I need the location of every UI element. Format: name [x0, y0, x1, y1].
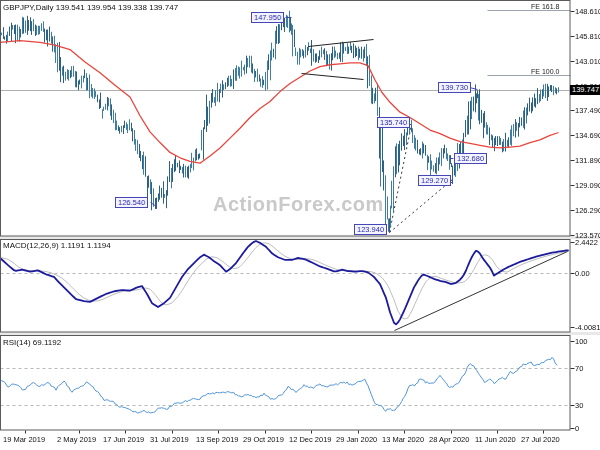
- price-axis-label: 131.890: [575, 156, 600, 165]
- date-axis-label: 29 Oct 2019: [243, 435, 284, 444]
- date-axis-label: 12 Dec 2019: [289, 435, 332, 444]
- date-axis-label: 29 Jan 2020: [336, 435, 377, 444]
- price-callout: 129.270: [418, 175, 451, 186]
- price-callout: 126.540: [115, 197, 148, 208]
- date-axis-label: 31 Jul 2019: [150, 435, 189, 444]
- macd-title: MACD(12,26,9) 1.1191 1.1194: [3, 241, 111, 250]
- date-axis-label: 13 Sep 2019: [196, 435, 239, 444]
- date-axis-label: 28 Apr 2020: [429, 435, 469, 444]
- price-axis-label: 129.090: [575, 181, 600, 190]
- rsi-axis-label: 0: [575, 424, 579, 433]
- current-price-tag: 139.747: [570, 85, 600, 95]
- fib-projection-label: FE 100.0: [531, 68, 559, 75]
- price-axis-label: 137.490: [575, 106, 600, 115]
- date-axis-label: 11 Jun 2020: [475, 435, 516, 444]
- date-axis-label: 17 Jun 2019: [103, 435, 144, 444]
- date-axis-label: 13 Mar 2020: [382, 435, 424, 444]
- price-callout: 135.740: [377, 117, 410, 128]
- price-chart-canvas[interactable]: [0, 0, 600, 450]
- price-callout: 132.680: [454, 153, 487, 164]
- price-axis-label: 145.810: [575, 32, 600, 41]
- date-axis-label: 19 Mar 2019: [3, 435, 45, 444]
- chart-window: { "header": { "title": "GBPJPY,Daily 139…: [0, 0, 600, 450]
- watermark: ActionForex.com: [213, 193, 384, 216]
- price-callout: 139.730: [438, 82, 471, 93]
- price-axis-label: 134.690: [575, 131, 600, 140]
- price-axis-label: 126.290: [575, 206, 600, 215]
- price-axis-label: 143.010: [575, 57, 600, 66]
- date-axis-label: 27 Jul 2020: [521, 435, 560, 444]
- fib-projection-label: FE 161.8: [531, 3, 559, 10]
- date-axis-label: 2 May 2019: [57, 435, 96, 444]
- macd-axis-label: -4.0081: [575, 323, 600, 332]
- price-callout: 123.940: [354, 224, 387, 235]
- price-axis-label: 148.610: [575, 7, 600, 16]
- rsi-axis-label: 70: [575, 364, 583, 373]
- macd-axis-label: 0.00: [575, 269, 590, 278]
- rsi-title: RSI(14) 69.1192: [3, 338, 61, 347]
- price-callout: 147.950: [251, 12, 284, 23]
- chart-title: GBPJPY,Daily 139.541 139.954 139.338 139…: [3, 3, 178, 12]
- rsi-axis-label: 30: [575, 401, 583, 410]
- macd-axis-label: 2.4422: [575, 238, 598, 247]
- rsi-axis-label: 100: [575, 337, 588, 346]
